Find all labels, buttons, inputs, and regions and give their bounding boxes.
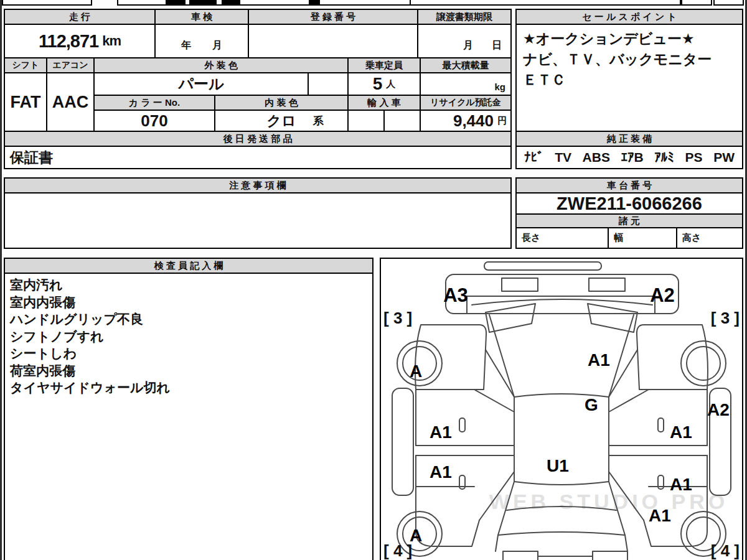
inspector-note: シフトノブすれ: [10, 328, 103, 345]
notes-section: 注 意 事 項 欄: [4, 177, 512, 249]
recycle-deposit-unit: 円: [497, 115, 507, 127]
inspection-header: 車 検: [154, 9, 249, 25]
capacity-value: 5 人: [347, 72, 421, 96]
equipment-item: PW: [713, 150, 735, 165]
spec-width-cell: 幅: [608, 227, 677, 249]
later-parts-value: 保証書: [4, 146, 512, 169]
equipment-item: PS: [685, 150, 702, 165]
damage-label-roof: U1: [547, 456, 569, 475]
recycle-deposit-value: 9,440 円: [420, 110, 512, 132]
spec-length-cell: 長さ: [515, 227, 609, 249]
top-row-remnant: [2, 0, 92, 6]
inspection-year-label: 年: [181, 39, 191, 52]
inspector-body: 室内汚れ 室内内張傷 ハンドルグリップ不良 シフトノブすれ シートしわ 荷室内張…: [4, 273, 374, 560]
aircon-value: AAC: [46, 72, 95, 132]
windshield-shape: [489, 315, 634, 397]
damage-label-windshield: A1: [588, 350, 610, 370]
damage-label-door-rear-right: A1: [670, 475, 692, 494]
inspector-note: 室内内張傷: [10, 294, 75, 311]
inspector-note: ハンドルグリップ不良: [10, 310, 143, 328]
auction-sheet-page: 走 行 車 検 登 録 番 号 譲渡書類期限 112,871 km 年 月 月 …: [0, 0, 747, 560]
top-row-remnant: [410, 0, 681, 6]
inspector-note: シートしわ: [10, 345, 77, 362]
cut-text-fragment: [309, 0, 320, 4]
tire-grade-rear-left: [ 4 ]: [383, 541, 412, 560]
cut-text-fragment: [222, 0, 240, 4]
equipment-item: ﾅﾋﾞ: [524, 150, 544, 165]
max-load-header: 最大積載量: [420, 57, 512, 73]
vehicle-damage-diagram: WEB STUDIO PRO A3 A2 A1 G [ 3 ] [ 3 ]: [381, 259, 742, 560]
bumper-rect-right: [589, 278, 625, 291]
damage-label-front-left: A3: [443, 284, 468, 306]
import-sub-cell-1: [347, 110, 385, 132]
top-row-remnant: [681, 0, 712, 6]
damage-label-quarter-rear-right: A1: [649, 506, 671, 525]
tailgate-sides: [496, 535, 627, 551]
inspector-header: 検 査 員 記 入 欄: [4, 258, 374, 274]
recycle-deposit-number: 9,440: [453, 111, 494, 131]
quarter-rear-left-shape: [416, 487, 479, 546]
recycle-deposit-header: リサイクル預託金: [420, 95, 512, 111]
door-front-right-shape: [609, 390, 707, 446]
a-pillar-left-line: [486, 350, 514, 397]
interior-color-suffix: 系: [313, 114, 324, 128]
inspector-note: 室内汚れ: [10, 276, 63, 294]
cut-text-fragment: [189, 0, 217, 4]
shift-header: シフト: [4, 57, 47, 73]
sales-point-line: ★オークションデビュー★: [523, 29, 695, 49]
inspection-value: 年 月: [154, 24, 249, 58]
import-sub-cell-2: [383, 110, 421, 132]
chassis-number: ZWE211-6066266: [515, 192, 743, 215]
transfer-deadline-value: 月 日: [417, 24, 512, 58]
equipment-item: TV: [555, 150, 571, 165]
equipment-row: ﾅﾋﾞ TV ABS ｴｱB ｱﾙﾐ PS PW: [515, 146, 743, 169]
capacity-number: 5: [373, 74, 383, 94]
interior-color-text: クロ: [266, 111, 296, 131]
interior-color-header: 内 装 色: [214, 95, 349, 111]
sales-equipment-table: セ ー ル ス ポ イ ン ト ★オークションデビュー★ ナビ、ＴＶ、バックモニ…: [515, 9, 743, 169]
wheel-front-right-outer: [681, 341, 726, 386]
top-row-remnant: [713, 0, 744, 6]
inspector-section: 検 査 員 記 入 欄 室内汚れ 室内内張傷 ハンドルグリップ不良 シフトノブす…: [4, 258, 374, 560]
capacity-header: 乗車定員: [347, 57, 421, 73]
vehicle-data-table: 走 行 車 検 登 録 番 号 譲渡書類期限 112,871 km 年 月 月 …: [4, 9, 512, 169]
door-divider-right: [609, 446, 707, 455]
inspector-note: タイヤサイドウォール切れ: [10, 379, 170, 396]
later-parts-header: 後 日 発 送 部 品: [4, 131, 512, 147]
interior-color-value: クロ 系: [214, 110, 349, 132]
exterior-color-sub-cell: [308, 72, 349, 96]
mileage-value: 112,871 km: [4, 24, 156, 58]
notes-header: 注 意 事 項 欄: [4, 177, 512, 194]
color-no-header: カ ラ ー No.: [93, 95, 215, 111]
cut-text-fragment: [166, 0, 186, 4]
spec-height-cell: 高さ: [676, 227, 743, 249]
mileage-number: 112,871: [39, 31, 98, 52]
taillight-left-shape: [503, 551, 538, 560]
damage-label-cowl: G: [585, 395, 598, 414]
top-row-remnant: [117, 0, 411, 6]
registration-header: 登 録 番 号: [248, 9, 418, 25]
sales-point-line: ナビ、ＴＶ、バックモニター: [523, 49, 712, 70]
mileage-unit: km: [102, 33, 121, 49]
door-divider-left: [416, 446, 514, 455]
fender-front-left-shape: [415, 325, 486, 390]
sales-points-body: ★オークションデビュー★ ナビ、ＴＶ、バックモニター ＥＴＣ: [515, 24, 743, 132]
registration-value: [248, 24, 418, 58]
front-bumper-shape: [446, 274, 679, 314]
damage-label-door-front-left: A1: [430, 422, 452, 442]
transfer-month-label: 月: [463, 39, 473, 52]
specs-header: 諸 元: [515, 213, 743, 228]
tire-grade-front-right: [ 3 ]: [711, 309, 740, 327]
front-lip-shape: [484, 262, 601, 270]
exterior-color-header: 外 装 色: [93, 57, 349, 73]
aircon-header: エアコン: [46, 57, 95, 73]
bumper-rect-left: [502, 278, 538, 291]
equipment-item: ｱﾙﾐ: [654, 150, 674, 165]
inspector-note: 荷室内張傷: [10, 362, 75, 380]
transfer-day-label: 日: [492, 39, 502, 52]
wheel-front-right-inner: [687, 347, 720, 380]
max-load-value: kg: [420, 72, 512, 96]
damage-label-door-rear-left: A1: [430, 462, 452, 482]
transfer-deadline-header: 譲渡書類期限: [417, 9, 512, 25]
door-handle-front-left: [459, 418, 465, 432]
